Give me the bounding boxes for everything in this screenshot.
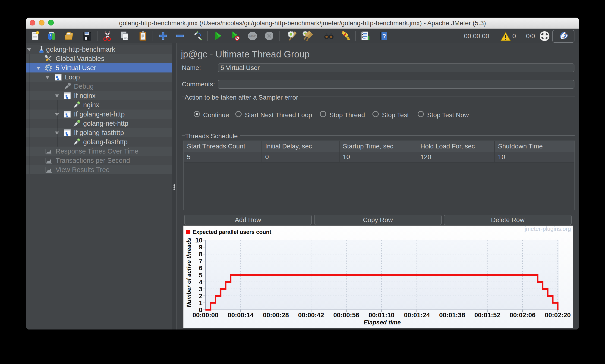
svg-text:jmeter-plugins.org: jmeter-plugins.org [524, 226, 571, 232]
svg-text:8: 8 [199, 250, 202, 258]
svg-text:00:01:52: 00:01:52 [474, 312, 500, 319]
svg-text:00:02:06: 00:02:06 [510, 312, 536, 319]
svg-text:00:02:20: 00:02:20 [545, 312, 571, 319]
svg-text:1: 1 [199, 299, 202, 307]
svg-text:9: 9 [199, 244, 202, 251]
svg-text:Expected parallel users count: Expected parallel users count [193, 229, 271, 235]
svg-text:Elapsed time: Elapsed time [364, 319, 401, 326]
svg-text:00:00:42: 00:00:42 [298, 312, 324, 319]
svg-text:00:01:38: 00:01:38 [439, 312, 465, 319]
svg-text:STOP: STOP [249, 35, 256, 37]
svg-text:?: ? [383, 33, 386, 39]
svg-text:10: 10 [195, 237, 202, 244]
svg-text:4: 4 [199, 279, 202, 286]
svg-text:3: 3 [199, 286, 202, 293]
svg-text:00:00:28: 00:00:28 [263, 312, 289, 319]
svg-text:7: 7 [199, 258, 202, 265]
svg-text:00:01:24: 00:01:24 [404, 312, 430, 319]
svg-text:6: 6 [199, 264, 202, 272]
svg-text:5: 5 [199, 272, 202, 279]
svg-text:00:00:56: 00:00:56 [333, 312, 359, 319]
svg-text:00:00:00: 00:00:00 [193, 312, 218, 319]
svg-text:00:01:10: 00:01:10 [368, 312, 395, 319]
svg-text:Number of active threads: Number of active threads [185, 238, 192, 307]
svg-text:2: 2 [199, 292, 202, 300]
svg-text:00:00:14: 00:00:14 [228, 312, 254, 319]
